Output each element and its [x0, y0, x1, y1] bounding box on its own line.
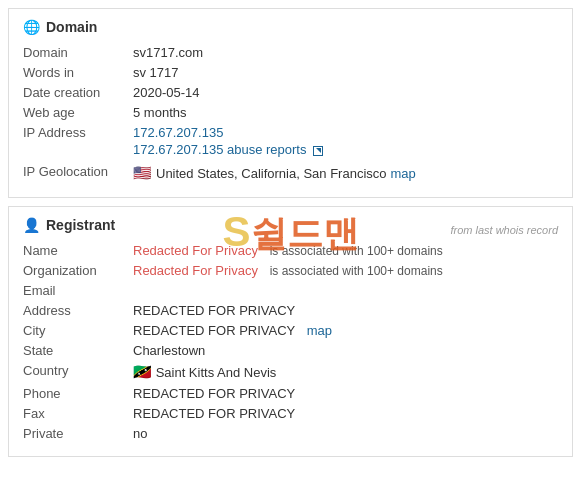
registrant-section: 👤 Registrant from last whois record Name… — [8, 206, 573, 457]
name-row: Name Redacted For Privacy is associated … — [23, 243, 558, 258]
ip-link[interactable]: 172.67.207.135 — [133, 125, 223, 140]
domain-title-label: Domain — [46, 19, 97, 35]
phone-row: Phone REDACTED FOR PRIVACY — [23, 386, 558, 401]
city-label: City — [23, 323, 133, 338]
fax-label: Fax — [23, 406, 133, 421]
phone-label: Phone — [23, 386, 133, 401]
domain-icon: 🌐 — [23, 19, 40, 35]
city-text: REDACTED FOR PRIVACY — [133, 323, 295, 338]
domain-value: sv1717.com — [133, 45, 558, 60]
geo-row: IP Geolocation 🇺🇸 United States, Califor… — [23, 164, 558, 182]
kn-flag-icon: 🇰🇳 — [133, 363, 152, 380]
domain-section: 🌐 Domain Domain sv1717.com Words in sv 1… — [8, 8, 573, 198]
name-redacted-link[interactable]: Redacted For Privacy — [133, 243, 258, 258]
fax-value: REDACTED FOR PRIVACY — [133, 406, 558, 421]
date-value: 2020-05-14 — [133, 85, 558, 100]
ip-value: 172.67.207.135 172.67.207.135 abuse repo… — [133, 125, 558, 159]
fax-row: Fax REDACTED FOR PRIVACY — [23, 406, 558, 421]
ip-label: IP Address — [23, 125, 133, 140]
ip-abuse-row: 172.67.207.135 abuse reports — [133, 142, 558, 157]
org-associated: is associated with 100+ domains — [270, 264, 443, 278]
external-link-icon — [313, 146, 323, 156]
private-row: Private no — [23, 426, 558, 441]
org-label: Organization — [23, 263, 133, 278]
geo-value: 🇺🇸 United States, California, San Franci… — [133, 164, 558, 182]
us-flag-icon: 🇺🇸 — [133, 164, 152, 182]
private-label: Private — [23, 426, 133, 441]
address-row: Address REDACTED FOR PRIVACY — [23, 303, 558, 318]
email-row: Email — [23, 283, 558, 298]
city-row: City REDACTED FOR PRIVACY map — [23, 323, 558, 338]
country-row: Country 🇰🇳 Saint Kitts And Nevis — [23, 363, 558, 381]
org-redacted-link[interactable]: Redacted For Privacy — [133, 263, 258, 278]
ip-row: IP Address 172.67.207.135 172.67.207.135… — [23, 125, 558, 159]
state-label: State — [23, 343, 133, 358]
ip-abuse-link[interactable]: 172.67.207.135 abuse reports — [133, 142, 306, 157]
from-last-label: from last whois record — [450, 224, 558, 236]
words-value: sv 1717 — [133, 65, 558, 80]
country-label: Country — [23, 363, 133, 378]
registrant-icon: 👤 — [23, 217, 40, 233]
words-label: Words in — [23, 65, 133, 80]
email-label: Email — [23, 283, 133, 298]
ip-link-row: 172.67.207.135 — [133, 125, 558, 140]
geo-map-link[interactable]: map — [391, 166, 416, 181]
geo-label: IP Geolocation — [23, 164, 133, 179]
registrant-section-title: 👤 Registrant — [23, 217, 115, 233]
org-value: Redacted For Privacy is associated with … — [133, 263, 558, 278]
state-row: State Charlestown — [23, 343, 558, 358]
name-value: Redacted For Privacy is associated with … — [133, 243, 558, 258]
domain-label: Domain — [23, 45, 133, 60]
date-row: Date creation 2020-05-14 — [23, 85, 558, 100]
registrant-title-label: Registrant — [46, 217, 115, 233]
web-age-value: 5 months — [133, 105, 558, 120]
state-value: Charlestown — [133, 343, 558, 358]
city-map-link[interactable]: map — [307, 323, 332, 338]
date-label: Date creation — [23, 85, 133, 100]
address-label: Address — [23, 303, 133, 318]
address-value: REDACTED FOR PRIVACY — [133, 303, 558, 318]
name-associated: is associated with 100+ domains — [270, 244, 443, 258]
country-text: Saint Kitts And Nevis — [156, 365, 277, 380]
words-row: Words in sv 1717 — [23, 65, 558, 80]
name-label: Name — [23, 243, 133, 258]
country-value: 🇰🇳 Saint Kitts And Nevis — [133, 363, 558, 381]
private-value: no — [133, 426, 558, 441]
web-age-label: Web age — [23, 105, 133, 120]
registrant-header: 👤 Registrant from last whois record — [23, 217, 558, 243]
phone-value: REDACTED FOR PRIVACY — [133, 386, 558, 401]
web-age-row: Web age 5 months — [23, 105, 558, 120]
domain-section-title: 🌐 Domain — [23, 19, 558, 35]
org-row: Organization Redacted For Privacy is ass… — [23, 263, 558, 278]
domain-row: Domain sv1717.com — [23, 45, 558, 60]
city-value: REDACTED FOR PRIVACY map — [133, 323, 558, 338]
geo-location-text: United States, California, San Francisco — [156, 166, 387, 181]
page-container: 🌐 Domain Domain sv1717.com Words in sv 1… — [0, 8, 581, 457]
